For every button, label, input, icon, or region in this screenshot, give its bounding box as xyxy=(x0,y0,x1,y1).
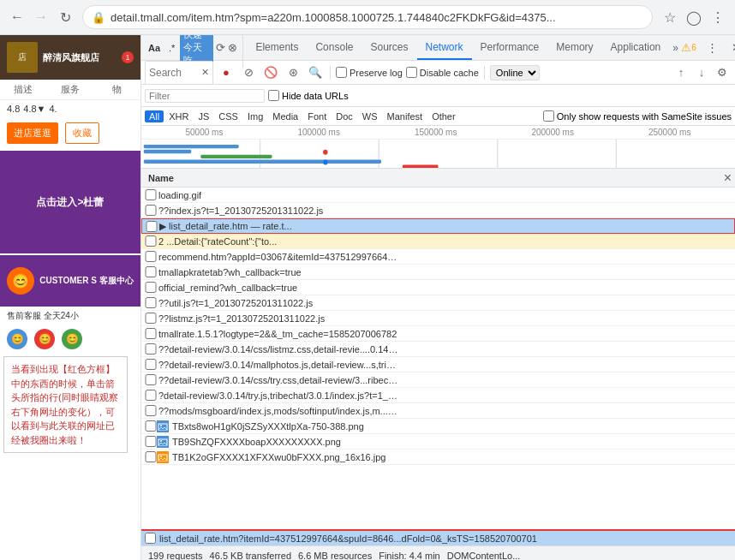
row-checkbox[interactable] xyxy=(145,297,157,308)
disable-cache-checkbox[interactable]: Disable cache xyxy=(406,67,479,78)
table-row[interactable]: ??detail-review/3.0.14/css/try.css,detai… xyxy=(141,372,735,388)
filter-icon-button[interactable]: ⊛ xyxy=(284,63,302,82)
settings-button[interactable]: ⚙ xyxy=(713,63,732,82)
table-row[interactable]: ?detail-review/3.0.14/try.js,tribechat/3… xyxy=(141,388,735,403)
store-tab-item[interactable]: 物 xyxy=(93,80,140,99)
row-checkbox[interactable] xyxy=(145,251,157,262)
row-checkbox[interactable] xyxy=(145,328,157,339)
favorite-store-button[interactable]: 收藏 xyxy=(65,122,99,144)
row-checkbox[interactable] xyxy=(145,405,157,416)
devtools-close-icon[interactable]: ✕ xyxy=(726,38,735,58)
table-row[interactable]: official_remind?wh_callback=true xyxy=(141,280,735,295)
row-checkbox[interactable] xyxy=(145,282,157,293)
download-button[interactable]: ↓ xyxy=(692,63,711,82)
preserve-log-input[interactable] xyxy=(336,67,347,78)
tab-network[interactable]: Network xyxy=(417,36,472,60)
refresh-devtools-button[interactable]: ⟳ xyxy=(215,39,225,57)
account-button[interactable]: ◯ xyxy=(684,7,704,27)
table-row[interactable]: loading.gif xyxy=(141,188,735,203)
table-row[interactable]: ??util.js?t=1_20130725201311022.js xyxy=(141,295,735,311)
table-row[interactable]: TBxts8woH1gK0jSZSyXXXtlpXa-750-388.png xyxy=(141,419,735,434)
throttle-select[interactable]: Online xyxy=(490,65,540,80)
bookmark-button[interactable]: ☆ xyxy=(660,7,680,27)
row-checkbox[interactable] xyxy=(145,451,157,462)
row-checkbox[interactable] xyxy=(146,221,158,232)
preserve-log-checkbox[interactable]: Preserve log xyxy=(336,67,403,78)
warning-icon[interactable]: ⚠ 6 xyxy=(678,38,699,58)
type-btn-other[interactable]: Other xyxy=(427,110,460,122)
samsite-input[interactable] xyxy=(543,110,554,122)
record-button[interactable]: ● xyxy=(217,63,236,82)
reload-button[interactable]: ↻ xyxy=(55,7,75,27)
table-row[interactable]: tmallrate.1.5.1?logtype=2&&_tm_cache=158… xyxy=(141,326,735,342)
icon3[interactable]: 😊 xyxy=(62,329,82,349)
row-checkbox[interactable] xyxy=(145,313,157,324)
disable-cache-input[interactable] xyxy=(406,67,417,78)
type-btn-ws[interactable]: WS xyxy=(358,110,382,122)
table-row[interactable]: ??index.js?t=1_20130725201311022.js xyxy=(141,203,735,218)
tab-elements[interactable]: Elements xyxy=(247,36,307,60)
row-checkbox[interactable] xyxy=(145,235,157,247)
tab-memory[interactable]: Memory xyxy=(547,36,601,60)
last-selected-row[interactable]: list_detail_rate.htm?itemId=437512997664… xyxy=(141,529,735,545)
store-tab-service[interactable]: 服务 xyxy=(47,80,94,99)
more-tabs[interactable]: » xyxy=(672,42,678,54)
tab-application[interactable]: Application xyxy=(602,36,670,60)
tab-console[interactable]: Console xyxy=(307,36,362,60)
back-button[interactable]: ← xyxy=(7,7,27,27)
search-input[interactable] xyxy=(149,67,200,79)
forward-button[interactable]: → xyxy=(31,7,51,27)
table-row[interactable]: ??mods/msgboard/index.js,mods/softinput/… xyxy=(141,403,735,419)
icon1[interactable]: 😊 xyxy=(7,329,27,349)
tab-performance[interactable]: Performance xyxy=(472,36,548,60)
type-btn-media[interactable]: Media xyxy=(268,110,302,122)
table-row[interactable]: ??listmz.js?t=1_20130725201311022.js xyxy=(141,311,735,326)
row-checkbox[interactable] xyxy=(145,205,157,216)
type-btn-js[interactable]: JS xyxy=(194,110,213,122)
network-table-body[interactable]: loading.gif ??index.js?t=1_2013072520131… xyxy=(141,188,735,529)
clear-button[interactable]: 🚫 xyxy=(261,63,280,82)
close-devtools-button[interactable]: ⊗ xyxy=(227,39,237,57)
table-row[interactable]: ??detail-review/3.0.14/mallphotos.js,det… xyxy=(141,357,735,372)
icon2[interactable]: 😊 xyxy=(34,329,55,349)
table-row[interactable]: tmallapkratetab?wh_callback=true xyxy=(141,265,735,280)
row-checkbox[interactable] xyxy=(145,390,157,401)
type-btn-xhr[interactable]: XHR xyxy=(164,110,193,122)
row-checkbox[interactable] xyxy=(145,266,157,277)
close-search-button[interactable]: ✕ xyxy=(200,63,209,82)
store-tab-describe[interactable]: 描述 xyxy=(0,80,47,99)
type-btn-all[interactable]: All xyxy=(145,110,164,122)
table-row[interactable]: recommend.htm?appId=03067&itemId=4375129… xyxy=(141,249,735,265)
address-bar[interactable]: 🔒 detail.tmall.com/item.htm?spm=a220m.10… xyxy=(82,5,653,29)
table-row[interactable]: TB9ShZQFXXXXboapXXXXXXXXX.png xyxy=(141,434,735,450)
table-row-highlighted[interactable]: 2 ...Detail:{"rateCount":{"to... xyxy=(141,234,735,249)
type-btn-img[interactable]: Img xyxy=(243,110,267,122)
search-icon-button[interactable]: 🔍 xyxy=(306,63,325,82)
hide-data-urls-checkbox[interactable]: Hide data URLs xyxy=(268,90,349,101)
row-checkbox[interactable] xyxy=(145,374,157,385)
row-checkbox[interactable] xyxy=(145,359,157,370)
type-btn-manifest[interactable]: Manifest xyxy=(383,110,427,122)
stop-button[interactable]: ⊘ xyxy=(239,63,258,82)
store-banner1[interactable]: 点击进入>杜蕾 xyxy=(0,151,140,253)
row-checkbox[interactable] xyxy=(145,420,157,432)
type-btn-css[interactable]: CSS xyxy=(214,110,242,122)
table-row-selected[interactable]: ▶ list_detail_rate.htm — rate.t... xyxy=(141,218,735,234)
filter-input[interactable] xyxy=(145,89,265,103)
close-network-panel-button[interactable]: × xyxy=(724,170,732,186)
hide-data-urls-input[interactable] xyxy=(268,90,279,101)
row-checkbox[interactable] xyxy=(145,436,157,447)
tab-sources[interactable]: Sources xyxy=(362,36,416,60)
upload-button[interactable]: ↑ xyxy=(672,63,690,82)
type-btn-doc[interactable]: Doc xyxy=(332,110,357,122)
menu-button[interactable]: ⋮ xyxy=(708,7,728,27)
table-row[interactable]: TB1K2oGFXXXX1XFXXwu0bFXXX.png_16x16.jpg xyxy=(141,450,735,465)
last-row-checkbox[interactable] xyxy=(145,533,156,544)
type-btn-font[interactable]: Font xyxy=(303,110,331,122)
enter-store-button[interactable]: 进店逛逛 xyxy=(7,122,58,144)
table-row[interactable]: ??detail-review/3.0.14/css/listmz.css,de… xyxy=(141,342,735,357)
devtools-menu-icon[interactable]: ⋮ xyxy=(702,38,723,58)
row-checkbox[interactable] xyxy=(145,189,157,200)
samsite-checkbox[interactable]: Only show requests with SameSite issues xyxy=(543,110,732,122)
row-checkbox[interactable] xyxy=(145,343,157,354)
